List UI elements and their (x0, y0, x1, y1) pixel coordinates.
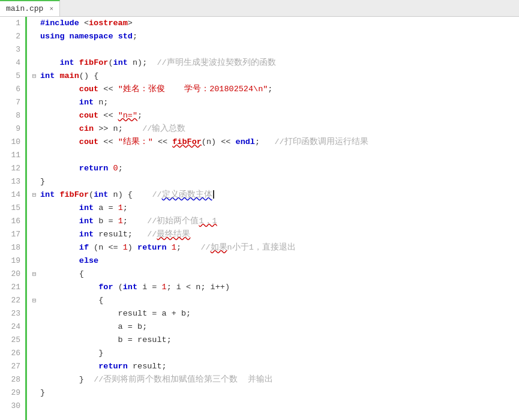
code-line-25: b = result; (29, 334, 519, 347)
line-num-18: 18 (0, 241, 25, 254)
code-line-18: if (n <= 1) return 1; //如果n小于1，直接退出 (29, 241, 519, 254)
line-num-15: 15 (0, 202, 25, 215)
line-num-3: 3 (0, 43, 25, 56)
line-num-4: 4 (0, 56, 25, 70)
code-line-11 (29, 149, 519, 162)
fold-btn-14[interactable]: ⊟ (29, 190, 39, 200)
fold-btn-22[interactable]: ⊟ (29, 296, 39, 305)
line-numbers: 1 2 3 4 5 6 7 8 9 10 11 12 13 14 15 16 1… (0, 17, 27, 420)
code-line-12: return 0; (29, 162, 519, 175)
line-num-16: 16 (0, 215, 25, 228)
code-line-19: else (29, 254, 519, 268)
code-line-5: ⊟ int main() { (29, 70, 519, 83)
code-line-26: } (29, 347, 519, 360)
code-line-24: a = b; (29, 320, 519, 334)
line-num-10: 10 (0, 136, 25, 149)
line-num-29: 29 (0, 386, 25, 400)
code-line-27: return result; (29, 360, 519, 373)
code-line-3 (29, 43, 519, 56)
line-num-27: 27 (0, 360, 25, 373)
line-num-2: 2 (0, 30, 25, 43)
editor-window: main.cpp × 1 2 3 4 5 6 7 8 9 10 11 12 13… (0, 0, 519, 420)
file-tab[interactable]: main.cpp × (0, 0, 60, 16)
fold-btn-5[interactable]: ⊟ (29, 71, 39, 81)
tab-bar: main.cpp × (0, 0, 519, 17)
line-num-30: 30 (0, 400, 25, 413)
code-line-13: } (29, 175, 519, 188)
code-line-2: using namespace std; (29, 30, 519, 43)
fold-btn-20[interactable]: ⊟ (29, 269, 39, 279)
tab-filename: main.cpp (6, 4, 43, 13)
line-num-13: 13 (0, 175, 25, 188)
editor-body: 1 2 3 4 5 6 7 8 9 10 11 12 13 14 15 16 1… (0, 17, 519, 420)
line-num-20: 20 (0, 268, 25, 281)
code-line-8: cout << "n="; (29, 109, 519, 122)
code-line-22: ⊟ { (29, 294, 519, 307)
line-num-23: 23 (0, 307, 25, 320)
code-line-7: int n; (29, 96, 519, 109)
line-num-11: 11 (0, 149, 25, 162)
line-num-25: 25 (0, 334, 25, 347)
code-line-21: for (int i = 1; i < n; i++) (29, 281, 519, 294)
line-num-5: 5 (0, 70, 25, 83)
line-num-19: 19 (0, 254, 25, 268)
code-line-1: #include <iostream> (29, 17, 519, 30)
code-area[interactable]: #include <iostream> using namespace std;… (27, 17, 519, 420)
line-num-28: 28 (0, 373, 25, 386)
line-num-1: 1 (0, 17, 25, 30)
code-line-4: int fibFor(int n); //声明生成斐波拉契数列的函数 (29, 56, 519, 70)
code-line-29: } (29, 386, 519, 400)
code-line-28: } //否则将前两个数相加赋值给第三个数 并输出 (29, 373, 519, 386)
code-line-9: cin >> n; //输入总数 (29, 122, 519, 136)
line-num-8: 8 (0, 109, 25, 122)
line-num-21: 21 (0, 281, 25, 294)
code-line-23: result = a + b; (29, 307, 519, 320)
code-line-16: int b = 1; //初始两个值1，1 (29, 215, 519, 228)
line-num-14: 14 (0, 188, 25, 202)
line-num-24: 24 (0, 320, 25, 334)
line-num-17: 17 (0, 228, 25, 241)
line-num-7: 7 (0, 96, 25, 109)
code-line-17: int result; //最终结果 (29, 228, 519, 241)
code-line-20: ⊟ { (29, 268, 519, 281)
code-line-30 (29, 400, 519, 413)
line-num-9: 9 (0, 122, 25, 136)
line-num-12: 12 (0, 162, 25, 175)
code-line-14: ⊟ int fibFor(int n) { //定义函数主体 (29, 188, 519, 202)
line-num-26: 26 (0, 347, 25, 360)
tab-close-button[interactable]: × (49, 5, 53, 13)
line-num-6: 6 (0, 83, 25, 96)
code-line-10: cout << "结果：" << fibFor(n) << endl; //打印… (29, 136, 519, 149)
code-line-6: cout << "姓名：张俊 学号：201802524\n"; (29, 83, 519, 96)
line-num-22: 22 (0, 294, 25, 307)
code-line-15: int a = 1; (29, 202, 519, 215)
